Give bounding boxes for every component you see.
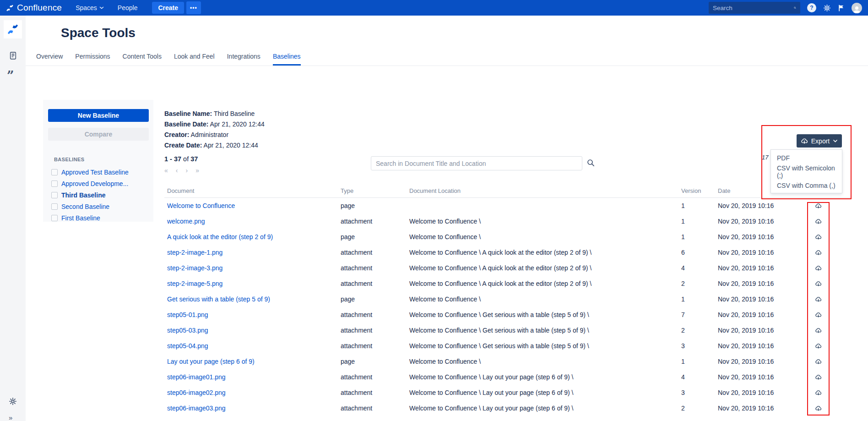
tab[interactable]: Overview (36, 49, 63, 66)
export-menu-item[interactable]: CSV with Comma (,) (771, 179, 842, 192)
cloud-download-icon[interactable] (815, 358, 822, 365)
document-link[interactable]: step06-image01.png (167, 373, 226, 381)
cloud-download-icon[interactable] (815, 389, 822, 396)
version-cell: 1 (678, 218, 715, 225)
new-baseline-button[interactable]: New Baseline (48, 109, 149, 122)
cloud-download-icon[interactable] (815, 280, 822, 287)
baseline-checkbox[interactable] (51, 215, 58, 221)
document-link[interactable]: Get serious with a table (step 5 of 9) (167, 295, 270, 303)
document-link[interactable]: A quick look at the editor (step 2 of 9) (167, 233, 273, 241)
baseline-detail-line: Creator: Administrator (164, 130, 265, 140)
baseline-checkbox[interactable] (51, 169, 58, 175)
cloud-download-icon[interactable] (815, 343, 822, 350)
date-cell: Nov 20, 2019 10:16 (715, 202, 804, 209)
document-link[interactable]: step06-image02.png (167, 389, 226, 396)
version-cell: 2 (678, 327, 715, 334)
confluence-logo[interactable]: Confluence (6, 3, 62, 13)
cloud-download-icon[interactable] (815, 265, 822, 272)
table-header-row: DocumentTypeDocument LocationVersionDate (164, 184, 852, 198)
document-link[interactable]: welcome.png (167, 218, 205, 225)
cloud-download-icon[interactable] (815, 374, 822, 381)
cloud-download-icon[interactable] (815, 218, 822, 225)
expand-sidebar-icon[interactable]: » (9, 414, 12, 421)
baseline-link[interactable]: Second Baseline (61, 203, 109, 210)
version-cell: 4 (678, 373, 715, 381)
tab[interactable]: Permissions (75, 49, 110, 66)
document-link[interactable]: step05-01.png (167, 311, 208, 318)
table-header-cell[interactable]: Type (338, 187, 407, 194)
export-menu-item[interactable]: PDF (771, 151, 842, 165)
space-settings-gear-icon[interactable] (9, 397, 17, 407)
document-link[interactable]: step-2-image-5.png (167, 280, 222, 287)
tab[interactable]: Integrations (227, 49, 260, 66)
type-cell: attachment (338, 218, 407, 225)
cloud-download-icon[interactable] (815, 234, 822, 241)
pagination-arrow[interactable]: › (185, 167, 188, 174)
location-cell: Welcome to Confluence \ Get serious with… (407, 311, 678, 318)
help-icon[interactable]: ? (807, 3, 816, 12)
export-menu-item[interactable]: CSV with Semicolon (;) (771, 165, 842, 179)
cloud-download-icon[interactable] (815, 327, 822, 334)
export-dropdown-menu: PDFCSV with Semicolon (;)CSV with Comma … (770, 149, 842, 193)
cloud-download-icon[interactable] (815, 312, 822, 318)
table-header-cell[interactable]: Document Location (407, 187, 678, 194)
type-cell: attachment (338, 249, 407, 256)
announcement-flag-icon[interactable] (838, 5, 845, 11)
location-cell: Welcome to Confluence \ A quick look at … (407, 264, 678, 272)
more-button[interactable]: ••• (186, 1, 201, 14)
tab[interactable]: Content Tools (123, 49, 162, 66)
tab[interactable]: Baselines (273, 49, 301, 66)
pagination-arrows: «‹›» (164, 167, 199, 174)
search-icon[interactable] (794, 5, 796, 11)
quotes-icon[interactable]: ” (7, 69, 14, 83)
create-button[interactable]: Create (152, 2, 184, 14)
baseline-link[interactable]: Approved Developme... (61, 180, 128, 187)
nav-item-people[interactable]: People (118, 4, 138, 11)
table-header-cell[interactable]: Version (678, 187, 715, 194)
date-cell: Nov 20, 2019 10:16 (715, 389, 804, 396)
cloud-download-icon[interactable] (815, 249, 822, 256)
avatar[interactable] (852, 3, 862, 13)
document-link[interactable]: step06-image03.png (167, 405, 226, 412)
top-navigation: Confluence Spaces People Create ••• ? (0, 0, 868, 16)
date-cell: Nov 20, 2019 10:16 (715, 342, 804, 350)
baseline-link[interactable]: Approved Test Baseline (61, 169, 129, 176)
pages-icon[interactable] (9, 51, 17, 62)
cloud-download-icon[interactable] (815, 405, 822, 412)
baseline-link[interactable]: Third Baseline (61, 191, 105, 199)
location-cell: Welcome to Confluence \ Lay out your pag… (407, 373, 678, 381)
document-search-input[interactable] (371, 156, 582, 170)
type-cell: page (338, 295, 407, 303)
location-cell: Welcome to Confluence \ A quick look at … (407, 249, 678, 256)
pagination-arrow[interactable]: ‹ (176, 167, 178, 174)
version-cell: 1 (678, 202, 715, 209)
pagination-arrow[interactable]: » (195, 167, 199, 174)
tab[interactable]: Look and Feel (174, 49, 215, 66)
baseline-checkbox[interactable] (51, 192, 58, 198)
page-title: Space Tools (61, 26, 136, 40)
document-link[interactable]: step-2-image-3.png (167, 264, 222, 272)
document-link[interactable]: Lay out your page (step 6 of 9) (167, 358, 255, 365)
type-cell: attachment (338, 405, 407, 412)
document-link[interactable]: step05-04.png (167, 342, 208, 350)
pagination-arrow[interactable]: « (164, 167, 168, 174)
document-link[interactable]: step-2-image-1.png (167, 249, 222, 256)
global-search-input[interactable] (713, 5, 794, 11)
cloud-download-icon[interactable] (815, 296, 822, 303)
date-cell: Nov 20, 2019 10:16 (715, 280, 804, 287)
baseline-checkbox[interactable] (51, 180, 58, 187)
document-link[interactable]: Welcome to Confluence (167, 202, 235, 209)
nav-item-spaces[interactable]: Spaces (76, 4, 104, 11)
export-button[interactable]: Export (797, 134, 842, 148)
baselines-panel: New Baseline Compare BASELINES Approved … (43, 100, 153, 222)
global-search[interactable] (709, 2, 800, 14)
location-cell: Welcome to Confluence \ (407, 295, 678, 303)
document-search-icon[interactable] (587, 159, 595, 169)
space-logo[interactable] (4, 20, 22, 38)
document-link[interactable]: step05-03.png (167, 327, 208, 334)
gear-icon[interactable] (823, 4, 831, 12)
cloud-download-icon[interactable] (815, 202, 822, 209)
table-header-cell[interactable]: Document (164, 187, 338, 194)
baseline-checkbox[interactable] (51, 203, 58, 210)
baseline-link[interactable]: First Baseline (61, 214, 100, 222)
